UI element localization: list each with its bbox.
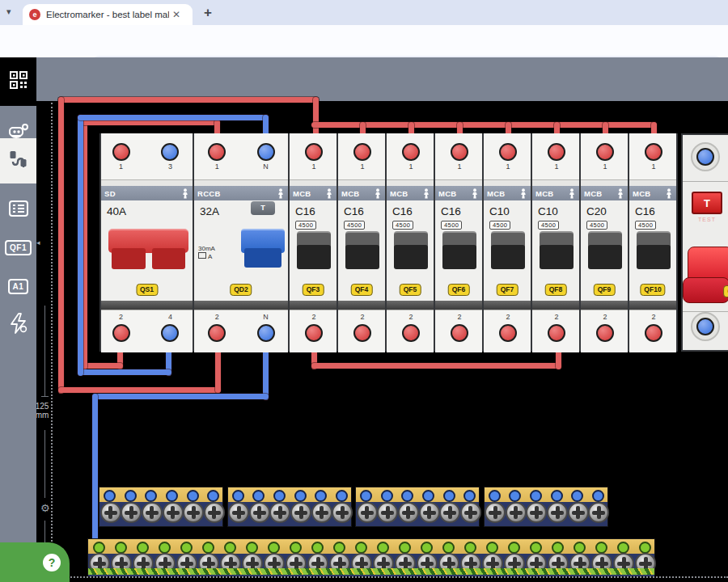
terminal-screw[interactable] bbox=[311, 502, 332, 523]
sidebar-item-wiring-tool[interactable] bbox=[0, 138, 36, 183]
breaker-handle-lower[interactable] bbox=[588, 245, 622, 269]
terminal-screw[interactable] bbox=[163, 502, 184, 523]
neutral-bar-segment[interactable] bbox=[355, 487, 480, 527]
terminal-screw[interactable] bbox=[398, 502, 419, 523]
top-pin-red[interactable] bbox=[645, 143, 662, 161]
circuit-tag[interactable]: QF3 bbox=[303, 284, 324, 296]
top-pin-red[interactable] bbox=[112, 143, 130, 161]
rcd-tag[interactable]: QD11 bbox=[723, 285, 728, 297]
top-pin-red[interactable] bbox=[305, 143, 323, 161]
breaker-module-qd2[interactable]: RCCB32AT30mAAQD212NN bbox=[194, 133, 290, 352]
circuit-tag[interactable]: QD2 bbox=[230, 284, 252, 296]
terminal-screw[interactable] bbox=[357, 502, 378, 523]
terminal-screw[interactable] bbox=[121, 502, 142, 523]
help-button[interactable]: ? bbox=[43, 554, 61, 571]
neutral-bar-segment[interactable] bbox=[227, 487, 352, 527]
bottom-pin-red[interactable] bbox=[645, 324, 662, 342]
sidebar-item-a-label-tool[interactable]: A1 bbox=[0, 268, 36, 305]
breaker-module-qf9[interactable]: MCBC204500QF912 bbox=[581, 133, 629, 352]
bottom-pin-red[interactable] bbox=[112, 324, 130, 342]
terminal-screw[interactable] bbox=[249, 502, 270, 523]
bottom-pin-red[interactable] bbox=[596, 324, 614, 342]
main-switch-handle-pole[interactable] bbox=[152, 248, 186, 269]
breaker-handle-lower[interactable] bbox=[637, 245, 671, 269]
bottom-pin-red[interactable] bbox=[548, 324, 565, 342]
earth-terminal-dot bbox=[574, 542, 586, 554]
sidebar-item-list-tool[interactable] bbox=[0, 192, 36, 229]
terminal-screw[interactable] bbox=[439, 502, 460, 523]
breaker-handle-lower[interactable] bbox=[442, 245, 476, 269]
person-icon bbox=[374, 188, 382, 199]
terminal-screw[interactable] bbox=[377, 502, 398, 523]
terminal-screw[interactable] bbox=[142, 502, 163, 523]
new-tab-button[interactable]: + bbox=[204, 5, 212, 21]
circuit-tag[interactable]: QF7 bbox=[497, 284, 518, 296]
browser-tab[interactable]: e Electromarker - best label make ✕ bbox=[23, 4, 193, 25]
neutral-bar-segment[interactable] bbox=[484, 487, 608, 527]
top-pin-blue[interactable] bbox=[257, 143, 275, 161]
gear-icon[interactable]: ⚙ bbox=[40, 502, 50, 514]
top-pin-red[interactable] bbox=[596, 143, 614, 161]
neutral-bar-segment[interactable] bbox=[99, 487, 223, 527]
person-icon bbox=[471, 188, 479, 199]
breaker-handle-lower[interactable] bbox=[540, 245, 574, 269]
circuit-tag[interactable]: QF9 bbox=[594, 284, 616, 296]
breaker-module-qs1[interactable]: SD40AQS11234 bbox=[99, 133, 194, 352]
terminal-screw[interactable] bbox=[547, 502, 568, 523]
sidebar-collapse-icon[interactable]: ◂ bbox=[36, 238, 40, 247]
breaker-module-qf7[interactable]: MCBC104500QF712 bbox=[484, 133, 532, 352]
terminal-screw[interactable] bbox=[485, 502, 506, 523]
breaker-module-qf8[interactable]: MCBC104500QF812 bbox=[532, 133, 581, 352]
circuit-tag[interactable]: QF5 bbox=[400, 284, 421, 296]
terminal-screw[interactable] bbox=[183, 502, 204, 523]
terminal-screw[interactable] bbox=[419, 502, 440, 523]
circuit-tag[interactable]: QF8 bbox=[545, 284, 567, 296]
breaker-module-qf3[interactable]: MCBC164500QF312 bbox=[290, 133, 338, 352]
terminal-screw[interactable] bbox=[100, 502, 121, 523]
terminal-screw[interactable] bbox=[460, 502, 481, 523]
terminal-pin-blue[interactable] bbox=[696, 318, 714, 335]
earth-bar[interactable] bbox=[87, 538, 655, 576]
tab-close-icon[interactable]: ✕ bbox=[172, 9, 180, 20]
breaker-module-qf4[interactable]: MCBC164500QF412 bbox=[338, 133, 387, 352]
sidebar-item-qr-scan-tool[interactable] bbox=[0, 57, 36, 106]
top-pin-red[interactable] bbox=[402, 143, 420, 161]
bottom-pin-red[interactable] bbox=[451, 324, 468, 342]
circuit-tag[interactable]: QS1 bbox=[136, 284, 158, 296]
top-pin-red[interactable] bbox=[548, 143, 565, 161]
module-header: MCB bbox=[484, 186, 531, 200]
breaker-module-qf6[interactable]: MCBC164500QF612 bbox=[435, 133, 484, 352]
sidebar-item-qf-label-tool[interactable]: QF1 bbox=[0, 229, 36, 266]
top-pin-red[interactable] bbox=[499, 143, 517, 161]
rccb-handle-lower[interactable] bbox=[244, 248, 281, 268]
main-switch-handle-pole[interactable] bbox=[112, 248, 146, 269]
bottom-pin-blue[interactable] bbox=[257, 324, 275, 342]
bottom-pin-red[interactable] bbox=[305, 324, 323, 342]
breaker-handle-lower[interactable] bbox=[491, 245, 525, 269]
circuit-tag[interactable]: QF4 bbox=[351, 284, 373, 296]
top-pin-red[interactable] bbox=[451, 143, 468, 161]
rcd-test-button[interactable]: T bbox=[692, 192, 722, 214]
breaker-module-qf5[interactable]: MCBC164500QF512 bbox=[387, 133, 435, 352]
rccb-test-button[interactable]: T bbox=[251, 201, 275, 215]
bottom-pin-red[interactable] bbox=[353, 324, 371, 342]
terminal-screw[interactable] bbox=[290, 502, 311, 523]
rcd-switch-handle-lower[interactable] bbox=[683, 277, 728, 303]
bottom-pin-red[interactable] bbox=[402, 324, 420, 342]
terminal-screw[interactable] bbox=[506, 502, 527, 523]
terminal-screw[interactable] bbox=[204, 502, 225, 523]
sidebar-item-energy-tool[interactable] bbox=[0, 306, 36, 344]
terminal-screw[interactable] bbox=[228, 502, 249, 523]
rcd-module[interactable]: T TEST QD11 bbox=[681, 133, 728, 352]
circuit-tag[interactable]: QF6 bbox=[448, 284, 470, 296]
breaker-handle-lower[interactable] bbox=[297, 245, 331, 269]
breaker-handle-lower[interactable] bbox=[345, 245, 379, 269]
circuit-tag[interactable]: QF10 bbox=[640, 284, 665, 296]
breaker-module-qf10[interactable]: MCBC164500QF1012 bbox=[629, 133, 678, 352]
bottom-pin-red[interactable] bbox=[499, 324, 517, 342]
terminal-pin-blue[interactable] bbox=[696, 148, 714, 166]
terminal-screw[interactable] bbox=[568, 502, 589, 523]
tab-search-chevron-icon[interactable]: ▾ bbox=[6, 6, 11, 17]
top-pin-red[interactable] bbox=[353, 143, 371, 161]
breaker-handle-lower[interactable] bbox=[394, 245, 428, 269]
